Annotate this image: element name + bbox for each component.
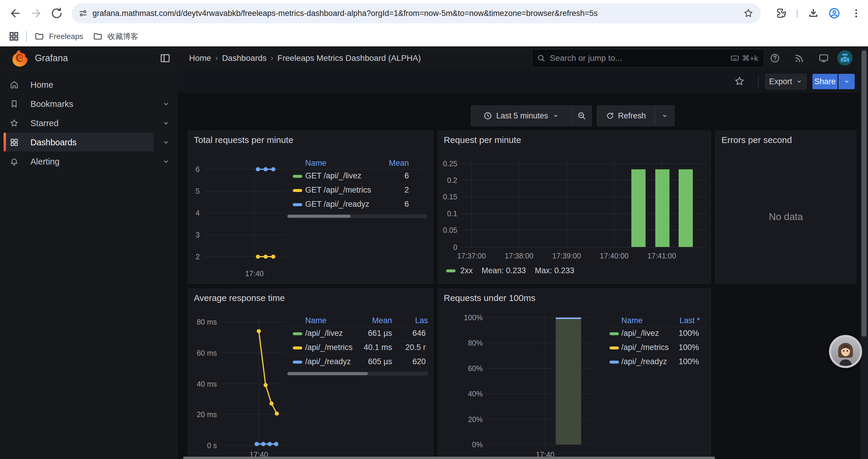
sidebar-item-dashboards[interactable]: Dashboards [0, 133, 177, 152]
svg-text:40%: 40% [468, 390, 483, 398]
news-rss-icon[interactable] [794, 53, 805, 64]
extensions-icon[interactable] [776, 7, 788, 21]
zoom-out-icon [577, 111, 586, 121]
toolbar-divider [758, 75, 759, 88]
home-icon [9, 80, 19, 90]
url-bar[interactable]: grafana.mathmast.com/d/deytv4rwavabkb/fr… [72, 3, 761, 23]
share-button[interactable]: Share [812, 74, 838, 89]
legend-column-mean[interactable]: Mean [389, 159, 409, 168]
search-input[interactable]: Search or jump to... ⌘+k [532, 49, 764, 67]
sidebar-item-bookmarks[interactable]: Bookmarks [0, 94, 177, 114]
forward-icon[interactable] [30, 7, 42, 20]
legend-row[interactable]: /api/_/livez661 µs646 [287, 327, 428, 341]
legend-scrollbar[interactable] [287, 371, 428, 376]
legend-row[interactable]: GET /api/_/livez6 [287, 169, 427, 184]
series-color-pill [293, 361, 302, 364]
favorite-star-icon[interactable] [734, 76, 745, 87]
sidebar-item-home[interactable]: Home [0, 75, 177, 95]
series-value: 620 [412, 357, 426, 366]
legend-row[interactable]: /api/_/livez100% [608, 327, 708, 341]
sidebar-header: Grafana [0, 46, 177, 70]
legend-row[interactable]: /api/_/metrics40.1 ms20.5 r [287, 341, 428, 355]
refresh-interval-button[interactable] [655, 105, 675, 126]
sidebar-item-starred[interactable]: Starred [0, 113, 177, 133]
chevron-down-icon[interactable] [162, 138, 170, 146]
legend-row[interactable]: GET /api/_/readyz6 [287, 198, 427, 212]
refresh-button[interactable]: Refresh [597, 105, 655, 126]
share-menu-button[interactable] [838, 74, 855, 89]
legend-column-las[interactable]: Las [415, 316, 428, 325]
legend-column-name[interactable]: Name [621, 316, 643, 325]
series-value: 6 [404, 171, 409, 181]
legend-column-name[interactable]: Name [305, 159, 327, 168]
svg-text:0.15: 0.15 [443, 193, 457, 201]
p1-legend: NameMeanGET /api/_/livez6GET /api/_/metr… [287, 157, 427, 217]
legend-row[interactable]: GET /api/_/metrics2 [287, 184, 427, 198]
series-color-pill [610, 347, 619, 350]
sidebar-item-alerting[interactable]: Alerting [0, 152, 177, 171]
legend-column-last[interactable]: Last * [680, 316, 700, 325]
bookmarks-bar: Freeleaps 收藏博客 [0, 27, 868, 46]
chevron-down-icon[interactable] [162, 119, 170, 127]
back-icon[interactable] [9, 7, 22, 20]
horizontal-scrollbar-thumb[interactable] [183, 457, 715, 459]
grafana-logo-icon[interactable] [11, 49, 29, 67]
chevron-down-icon[interactable] [162, 157, 170, 166]
grafana-brand: Grafana [35, 53, 68, 64]
time-range-picker[interactable]: Last 5 minutes [471, 105, 572, 126]
series-name: /api/_/readyz [305, 357, 351, 366]
panel-errors-per-second[interactable]: Errors per second No data [715, 131, 857, 284]
sidebar-item-label: Bookmarks [30, 99, 73, 109]
legend-row[interactable]: /api/_/readyz100% [608, 355, 708, 369]
bookmark-item-freeleaps[interactable]: Freeleaps [34, 30, 83, 43]
user-avatar[interactable] [837, 50, 852, 66]
chevron-down-icon[interactable] [162, 100, 170, 108]
download-icon[interactable] [807, 7, 820, 21]
floating-assistant-avatar[interactable] [829, 335, 862, 368]
url-text[interactable]: grafana.mathmast.com/d/deytv4rwavabkb/fr… [92, 9, 761, 18]
breadcrumb-dashboards[interactable]: Dashboards [222, 54, 267, 63]
export-button[interactable]: Export [765, 74, 807, 89]
kiosk-monitor-icon[interactable] [818, 53, 829, 64]
series-name: /api/_/readyz [621, 357, 667, 366]
legend-scrollbar-thumb[interactable] [287, 372, 368, 375]
legend-scrollbar[interactable] [287, 214, 427, 218]
series-name: GET /api/_/readyz [305, 200, 369, 209]
legend-row[interactable]: /api/_/readyz605 µs620 [287, 355, 428, 369]
svg-text:60%: 60% [468, 364, 483, 372]
chevron-down-icon [796, 78, 803, 85]
legend-scrollbar-thumb[interactable] [287, 215, 351, 218]
legend-row[interactable]: /api/_/metrics100% [608, 341, 708, 355]
site-settings-icon[interactable] [78, 8, 88, 18]
svg-text:0.25: 0.25 [443, 160, 457, 168]
dashboards-grid-icon [9, 138, 19, 147]
bookmark-page-star-icon[interactable] [743, 8, 754, 19]
breadcrumb-current: Freeleaps Metrics Dashboard (ALPHA) [277, 54, 421, 63]
vertical-scrollbar-thumb[interactable] [862, 50, 867, 337]
panel-total-requests-per-minute[interactable]: Total requests per minute 6543217:40 Nam… [188, 131, 433, 284]
zoom-out-button[interactable] [572, 105, 592, 126]
folder-icon [93, 31, 103, 41]
panel-request-per-minute[interactable]: Request per minute 0.250.20.150.10.05017… [438, 131, 711, 284]
panel-average-response-time[interactable]: Average response time 80 ms60 ms40 ms20 … [188, 289, 433, 459]
svg-text:100%: 100% [464, 314, 483, 322]
search-shortcut: ⌘+k [730, 54, 758, 63]
panel-requests-under-100ms[interactable]: Requests under 100ms 100%80%60%40%20%0%1… [438, 289, 711, 459]
svg-text:60 ms: 60 ms [197, 349, 217, 357]
sidebar-collapse-icon[interactable] [159, 53, 171, 64]
series-value: 100% [679, 329, 699, 338]
series-mean: Mean: 0.233 [482, 266, 526, 275]
breadcrumb-home[interactable]: Home [189, 54, 211, 63]
reload-icon[interactable] [50, 7, 63, 20]
legend-column-name[interactable]: Name [305, 316, 327, 325]
p2-legend[interactable]: 2xx Mean: 0.233 Max: 0.233 [446, 266, 574, 275]
legend-column-mean[interactable]: Mean [372, 316, 392, 325]
export-label: Export [769, 77, 792, 86]
browser-profile-avatar[interactable] [828, 7, 840, 20]
help-icon[interactable] [770, 53, 780, 64]
svg-text:0.05: 0.05 [443, 226, 457, 234]
browser-toolbar: grafana.mathmast.com/d/deytv4rwavabkb/fr… [0, 0, 868, 27]
bookmark-item-blogs[interactable]: 收藏博客 [93, 30, 138, 43]
apps-grid-icon[interactable] [8, 31, 20, 42]
browser-menu-kebab-icon[interactable] [850, 7, 863, 21]
